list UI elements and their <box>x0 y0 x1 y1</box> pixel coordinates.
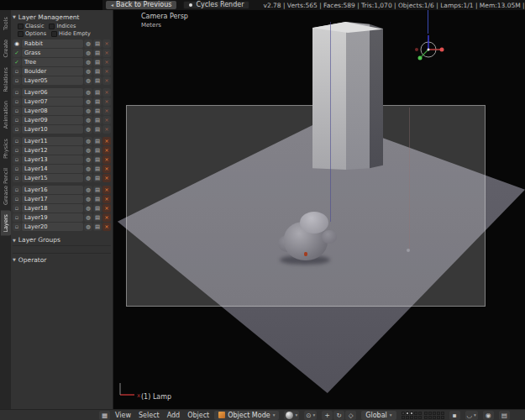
editor-type-button[interactable]: ▦ <box>99 411 110 420</box>
tab-relations[interactable]: Relations <box>1 64 11 96</box>
layer-visibility-icon[interactable]: ◍ <box>84 76 92 85</box>
layer-state-icon[interactable]: ✓ <box>13 49 21 57</box>
layer-visibility-icon[interactable]: ◍ <box>84 67 92 76</box>
rock-object[interactable] <box>322 230 337 244</box>
layer-state-icon[interactable]: ▫ <box>13 155 21 164</box>
layer-lock-icon[interactable]: ▤ <box>93 107 102 115</box>
transform-orientation-dropdown[interactable]: Global ▾ <box>361 411 396 420</box>
layer-state-icon[interactable]: ▫ <box>13 165 21 173</box>
options-checkbox[interactable]: Options <box>18 30 46 37</box>
layer-visibility-icon[interactable]: ◍ <box>84 58 92 66</box>
layer-name-button[interactable]: Tree <box>22 58 83 66</box>
render-button[interactable]: ◉ <box>483 411 494 420</box>
layer-exclude-icon[interactable]: × <box>102 155 111 164</box>
layer-name-button[interactable]: Boulder <box>22 67 83 76</box>
layer-visibility-icon[interactable]: ◍ <box>84 223 92 231</box>
panel-operator[interactable]: ▼ Operator <box>13 253 111 263</box>
layer-cell[interactable] <box>441 416 444 419</box>
layer-name-button[interactable]: Layer20 <box>22 223 83 231</box>
layer-state-icon[interactable]: ▫ <box>13 107 21 115</box>
layer-visibility-icon[interactable]: ◍ <box>84 125 92 134</box>
layer-state-icon[interactable]: ▫ <box>13 186 21 194</box>
layer-visibility-icon[interactable]: ◍ <box>84 97 92 106</box>
layer-state-icon[interactable]: ▫ <box>13 204 21 213</box>
layer-exclude-icon[interactable]: × <box>102 204 111 213</box>
layer-state-icon[interactable]: ▫ <box>13 146 21 155</box>
layer-state-icon[interactable]: ▫ <box>13 76 21 85</box>
layer-lock-icon[interactable]: ▤ <box>93 155 102 164</box>
layer-state-icon[interactable]: ▫ <box>13 125 21 134</box>
layer-name-button[interactable]: Layer18 <box>22 204 83 213</box>
layer-name-button[interactable]: Layer15 <box>22 174 83 182</box>
layer-state-icon[interactable]: ✓ <box>13 58 21 66</box>
layer-exclude-icon[interactable]: × <box>102 97 111 106</box>
layer-lock-icon[interactable]: ▤ <box>93 97 102 106</box>
layer-name-button[interactable]: Layer16 <box>22 186 83 194</box>
classic-checkbox[interactable]: Classic <box>18 23 44 29</box>
layer-cell[interactable] <box>424 412 428 415</box>
layer-visibility-icon[interactable]: ◍ <box>84 137 92 145</box>
layer-cell[interactable] <box>428 416 432 419</box>
tab-tools[interactable]: Tools <box>1 13 11 34</box>
layer-visibility-icon[interactable]: ◍ <box>84 155 92 164</box>
viewport-3d[interactable]: x Camera Persp Meters (1) Lamp <box>113 10 525 409</box>
layer-exclude-icon[interactable]: × <box>102 213 111 222</box>
layer-exclude-icon[interactable]: × <box>102 223 111 231</box>
layer-cell[interactable] <box>402 416 405 419</box>
layer-exclude-icon[interactable]: × <box>102 39 111 48</box>
layer-state-icon[interactable]: ▫ <box>13 67 21 76</box>
back-to-previous-button[interactable]: ◂ Back to Previous <box>106 1 176 9</box>
lock-to-scene-button[interactable]: ▪ <box>449 411 460 420</box>
layer-lock-icon[interactable]: ▤ <box>93 146 102 155</box>
layer-lock-icon[interactable]: ▤ <box>93 58 102 66</box>
layer-lock-icon[interactable]: ▤ <box>93 125 102 134</box>
layer-visibility-icon[interactable]: ◍ <box>84 213 92 222</box>
layer-name-button[interactable]: Layer07 <box>22 97 83 106</box>
render-animation-button[interactable]: ▤ <box>499 411 510 420</box>
layer-cell[interactable] <box>410 416 413 419</box>
layer-lock-icon[interactable]: ▤ <box>93 88 102 97</box>
layer-visibility-icon[interactable]: ◍ <box>84 174 92 182</box>
layer-lock-icon[interactable]: ▤ <box>93 137 102 145</box>
layer-name-button[interactable]: Layer10 <box>22 125 83 134</box>
layer-state-icon[interactable]: ▫ <box>13 223 21 231</box>
layer-cell[interactable] <box>437 412 440 415</box>
layer-exclude-icon[interactable]: × <box>102 195 111 203</box>
tab-animation[interactable]: Animation <box>1 97 11 132</box>
layer-visibility-icon[interactable]: ◍ <box>84 107 92 115</box>
layer-cell[interactable] <box>406 416 409 419</box>
layer-name-button[interactable]: Rabbit <box>22 39 83 48</box>
tab-create[interactable]: Create <box>1 36 11 61</box>
layer-state-icon[interactable]: ▫ <box>13 88 21 97</box>
layer-cell[interactable] <box>433 412 436 415</box>
layer-exclude-icon[interactable]: × <box>102 58 111 66</box>
layer-name-button[interactable]: Layer14 <box>22 165 83 173</box>
indices-checkbox[interactable]: Indices <box>49 23 76 29</box>
pivot-center-dropdown[interactable]: ⊙ ▾ <box>304 411 317 420</box>
layer-cell[interactable] <box>437 416 440 419</box>
layer-state-icon[interactable]: ▫ <box>13 97 21 106</box>
layer-visibility-icon[interactable]: ◍ <box>84 116 92 124</box>
layer-cell[interactable] <box>402 412 405 415</box>
layer-name-button[interactable]: Layer08 <box>22 107 83 115</box>
layer-state-icon[interactable]: ▫ <box>13 116 21 124</box>
snap-magnet-button[interactable]: ◡ ▾ <box>465 411 478 420</box>
layer-lock-icon[interactable]: ▤ <box>93 49 102 57</box>
layer-state-icon[interactable]: ▫ <box>13 174 21 182</box>
layer-state-icon[interactable]: ◉ <box>13 39 21 48</box>
viewport-shading-dropdown[interactable]: ▾ <box>284 411 299 420</box>
layer-lock-icon[interactable]: ▤ <box>93 223 102 231</box>
layer-lock-icon[interactable]: ▤ <box>93 174 102 182</box>
layer-name-button[interactable]: Layer05 <box>22 76 83 85</box>
layer-name-button[interactable]: Layer19 <box>22 213 83 222</box>
layer-name-button[interactable]: Layer12 <box>22 146 83 155</box>
layer-lock-icon[interactable]: ▤ <box>93 195 102 203</box>
layer-cell[interactable] <box>414 412 417 415</box>
layer-name-button[interactable]: Grass <box>22 49 83 57</box>
layer-lock-icon[interactable]: ▤ <box>93 204 102 213</box>
layer-cell[interactable] <box>410 412 413 415</box>
panel-layer-groups[interactable]: ▼ Layer Groups <box>13 236 111 246</box>
render-engine-dropdown[interactable]: Cycles Render <box>183 1 249 9</box>
layer-lock-icon[interactable]: ▤ <box>93 213 102 222</box>
layer-name-button[interactable]: Layer11 <box>22 137 83 145</box>
